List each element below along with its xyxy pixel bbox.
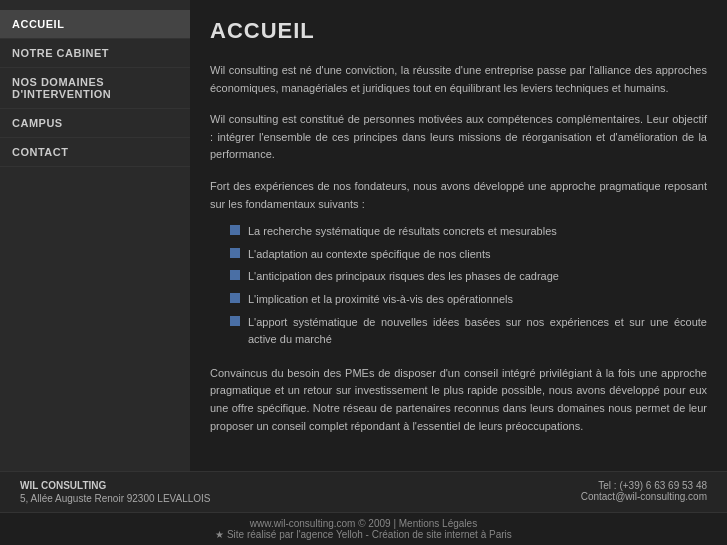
sidebar-item-nos-domaines[interactable]: NOS DOMAINES D'INTERVENTION	[0, 68, 190, 109]
list-item: L'apport systématique de nouvelles idées…	[230, 314, 707, 349]
bullet-icon	[230, 316, 240, 326]
bullet-icon	[230, 248, 240, 258]
company-address: 5, Allée Auguste Renoir 92300 LEVALLOIS	[20, 493, 211, 504]
list-item: L'anticipation des principaux risques de…	[230, 268, 707, 286]
sidebar: ACCUEIL NOTRE CABINET NOS DOMAINES D'INT…	[0, 0, 190, 471]
list-item: La recherche systématique de résultats c…	[230, 223, 707, 241]
paragraph-2: Wil consulting est constitué de personne…	[210, 111, 707, 164]
sidebar-item-accueil[interactable]: ACCUEIL	[0, 10, 190, 39]
footer-main: WIL CONSULTING 5, Allée Auguste Renoir 9…	[0, 472, 727, 512]
bullet-icon	[230, 293, 240, 303]
list-item: L'adaptation au contexte spécifique de n…	[230, 246, 707, 264]
footer-bottom: www.wil-consulting.com © 2009 | Mentions…	[0, 512, 727, 545]
company-name: WIL CONSULTING	[20, 480, 211, 491]
footer-copyright: www.wil-consulting.com © 2009 | Mentions…	[20, 518, 707, 529]
paragraph-4: Convaincus du besoin des PMEs de dispose…	[210, 365, 707, 435]
paragraph-3: Fort des expériences de nos fondateurs, …	[210, 178, 707, 349]
sidebar-item-campus[interactable]: CAMPUS	[0, 109, 190, 138]
footer-tel: Tel : (+39) 6 63 69 53 48	[581, 480, 707, 491]
footer-agency: ★ Site réalisé par l'agence Yelloh - Cré…	[20, 529, 707, 540]
footer: WIL CONSULTING 5, Allée Auguste Renoir 9…	[0, 471, 727, 545]
page-title: ACCUEIL	[210, 18, 707, 44]
bullet-icon	[230, 225, 240, 235]
bullet-list: La recherche systématique de résultats c…	[230, 223, 707, 349]
main-content: ACCUEIL Wil consulting est né d'une conv…	[190, 0, 727, 471]
list-item: L'implication et la proximité vis-à-vis …	[230, 291, 707, 309]
footer-contact: Tel : (+39) 6 63 69 53 48 Contact@wil-co…	[581, 480, 707, 504]
paragraph-1: Wil consulting est né d'une conviction, …	[210, 62, 707, 97]
footer-company: WIL CONSULTING 5, Allée Auguste Renoir 9…	[20, 480, 211, 504]
sidebar-item-contact[interactable]: CONTACT	[0, 138, 190, 167]
bullet-icon	[230, 270, 240, 280]
sidebar-item-notre-cabinet[interactable]: NOTRE CABINET	[0, 39, 190, 68]
footer-email: Contact@wil-consulting.com	[581, 491, 707, 502]
